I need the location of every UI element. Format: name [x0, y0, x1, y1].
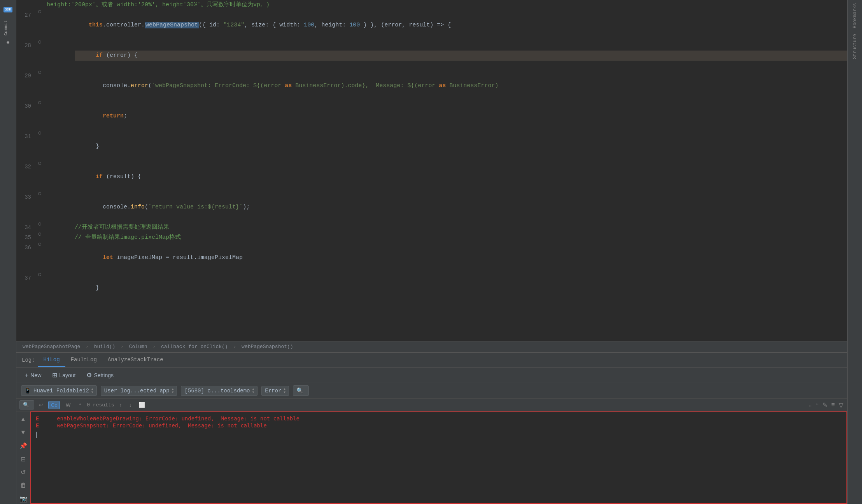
plus-icon: +	[25, 372, 28, 379]
log-level-2: E	[36, 422, 39, 429]
code-area: height:'200px'。或者 width:'20%', height'30…	[16, 0, 847, 341]
code-line-29: 29 console.error(`webPageSnapshot: Error…	[16, 71, 847, 101]
new-label: New	[30, 372, 41, 378]
right-sidebar: Bookmarks Structure	[847, 0, 862, 504]
code-line-28: 28 if (error) {	[16, 40, 847, 71]
code-line-35: 35 // 全量绘制结果image.pixelMap格式	[16, 233, 847, 243]
layout-icon: ⊞	[52, 371, 57, 379]
layout-button[interactable]: ⊞ Layout	[48, 370, 79, 380]
breadcrumb: webPageSnapshotPage › build() › Column ›…	[16, 341, 847, 352]
subscript-btn[interactable]: ₊	[808, 401, 812, 410]
main-content: height:'200px'。或者 width:'20%', height'30…	[16, 0, 847, 504]
code-line-27: 27 this.controller.webPageSnapshot({ id:…	[16, 10, 847, 40]
tab-faultlog[interactable]: FaultLog	[65, 354, 102, 367]
level-text: Error	[265, 388, 281, 394]
next-result-btn[interactable]: ↓	[127, 401, 133, 409]
layout-label: Layout	[59, 372, 75, 378]
tab-bar: Log: HiLog FaultLog AnalyzeStackTrace	[16, 353, 847, 368]
filter-bar: 📱 Huawei_Foldable12 ▲ ▼ User log...ected…	[16, 383, 847, 399]
filter-search-icon: 🔍	[296, 387, 303, 394]
pid-selector[interactable]: [5680] c...toolsdemo ▲ ▼	[181, 386, 258, 396]
filter-search[interactable]: 🔍	[293, 385, 309, 396]
refresh-btn[interactable]: ↺	[18, 467, 29, 478]
camera-btn[interactable]: 📷	[18, 493, 29, 504]
case-sensitive-btn[interactable]: Cc	[48, 401, 60, 409]
prev-result-btn[interactable]: ↑	[117, 401, 124, 409]
log-source-text: User log...ected app	[104, 388, 170, 394]
align-icon-btn[interactable]: ≡	[830, 401, 836, 409]
pin-btn[interactable]: 📌	[18, 440, 29, 451]
log-message-2: webPageSnapshot: ErrorCode: undefined, M…	[44, 422, 266, 429]
code-line-36: 36 let imagePixelMap = result.imagePixel…	[16, 243, 847, 273]
code-line-37: 37 }	[16, 273, 847, 303]
cursor-line[interactable]	[36, 429, 842, 439]
expand-btn[interactable]: ⬜	[137, 401, 147, 409]
replace-btn[interactable]: ↩	[37, 401, 45, 409]
delete-btn[interactable]: 🗑	[18, 480, 29, 491]
log-source-selector[interactable]: User log...ected app ▲ ▼	[101, 386, 177, 396]
whole-word-btn[interactable]: W	[63, 401, 73, 409]
cursor	[36, 432, 37, 438]
log-label: Log:	[19, 357, 37, 363]
comment-line-top: height:'200px'。或者 width:'20%', height'30…	[16, 0, 847, 10]
log-content: E enableWholeWebPageDrawing: ErrorCode: …	[30, 411, 847, 504]
bookmarks-label: Bookmarks	[852, 3, 858, 28]
settings-label: Settings	[94, 372, 114, 378]
settings-icon: ⚙	[86, 371, 92, 379]
device-name: Huawei_Foldable12	[33, 388, 89, 394]
log-search-bar: 🔍 ↩ Cc W * 0 results ↑ ↓ ⬜ ₊ ⁺ ✎ ≡ ▽	[16, 399, 847, 411]
code-line-31: 31 }	[16, 131, 847, 162]
tab-analyze[interactable]: AnalyzeStackTrace	[102, 354, 169, 367]
log-search-input[interactable]: 🔍	[19, 400, 34, 410]
log-side-controls: ▲ ▼ 📌 ⊟ ↺ 🗑 📷	[16, 411, 30, 504]
breadcrumb-item-4: callback for onClick()	[161, 344, 228, 350]
edit-columns-btn[interactable]: ✎	[822, 401, 828, 410]
breadcrumb-item-3: Column	[129, 344, 147, 350]
code-line-32: 32 if (result) {	[16, 162, 847, 192]
superscript-btn[interactable]: ⁺	[815, 401, 819, 410]
comment-top: height:'200px'。或者 width:'20%', height'30…	[44, 0, 847, 10]
results-count: 0 results	[87, 402, 114, 408]
settings-button[interactable]: ⚙ Settings	[82, 370, 117, 380]
sdk-icon[interactable]: SDK	[4, 3, 12, 18]
log-level-1: E	[36, 415, 39, 422]
log-content-wrapper: ▲ ▼ 📌 ⊟ ↺ 🗑 📷 E enableWholeWebPageDrawin…	[16, 411, 847, 504]
scroll-up-btn[interactable]: ▲	[18, 414, 29, 425]
phone-icon: 📱	[25, 387, 31, 394]
log-entry-2: E webPageSnapshot: ErrorCode: undefined,…	[36, 422, 842, 429]
breadcrumb-item-2: build()	[94, 344, 116, 350]
code-line-34: 34 //开发者可以根据需要处理返回结果	[16, 222, 847, 233]
breadcrumb-item-5: webPageSnapshot()	[242, 344, 293, 350]
commit-label: Commit	[4, 20, 8, 36]
scroll-down-btn[interactable]: ▼	[18, 427, 29, 438]
code-line-30: 30 return;	[16, 101, 847, 131]
log-message-1: enableWholeWebPageDrawing: ErrorCode: un…	[44, 415, 299, 422]
commit-icon[interactable]: ◉	[4, 36, 12, 49]
log-search-magnifier: 🔍	[23, 402, 29, 408]
filter-btn[interactable]: ▽	[838, 401, 844, 410]
device-selector[interactable]: 📱 Huawei_Foldable12 ▲ ▼	[21, 385, 97, 396]
new-button[interactable]: + New	[21, 370, 45, 380]
structure-label: Structure	[852, 34, 858, 59]
sdk-badge: SDK	[4, 7, 12, 12]
code-line-33: 33 console.info(`return value is:${resul…	[16, 192, 847, 222]
unpin-btn[interactable]: ⊟	[18, 453, 29, 464]
log-entry-1: E enableWholeWebPageDrawing: ErrorCode: …	[36, 415, 842, 422]
pid-text: [5680] c...toolsdemo	[184, 388, 250, 394]
tab-hilog[interactable]: HiLog	[38, 354, 65, 367]
breadcrumb-item-1: webPageSnapshotPage	[23, 344, 80, 350]
regex-btn[interactable]: *	[76, 401, 84, 409]
left-sidebar: SDK Commit ◉	[0, 0, 16, 504]
level-selector[interactable]: Error ▲ ▼	[261, 386, 289, 396]
toolbar: + New ⊞ Layout ⚙ Settings	[16, 368, 847, 383]
log-panel: Log: HiLog FaultLog AnalyzeStackTrace + …	[16, 352, 847, 504]
